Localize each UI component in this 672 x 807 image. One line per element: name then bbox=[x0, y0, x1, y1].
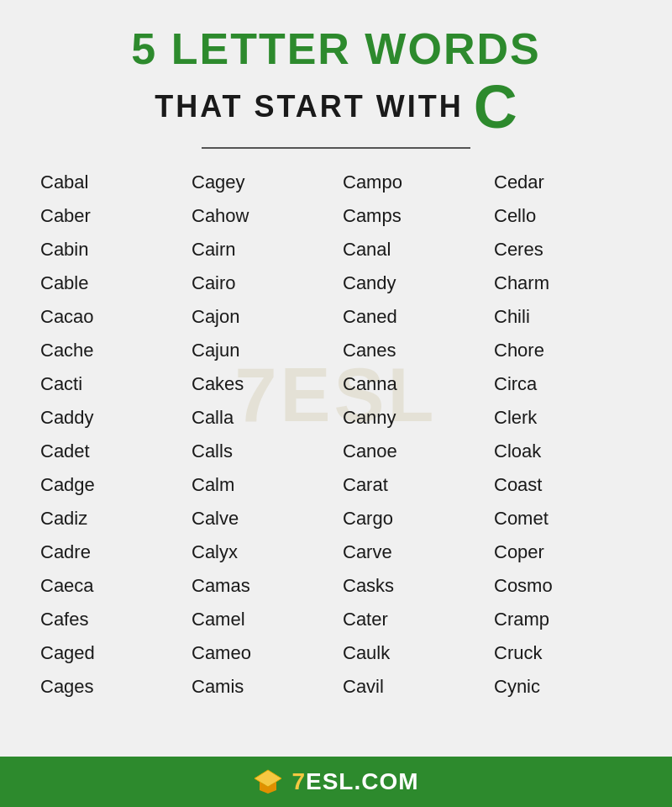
word-item: Cloak bbox=[487, 435, 638, 468]
word-item: Calyx bbox=[185, 535, 336, 569]
word-item: Calm bbox=[185, 468, 336, 502]
word-item: Cairn bbox=[185, 233, 336, 266]
word-item: Cruck bbox=[487, 636, 638, 670]
word-item: Campo bbox=[336, 166, 487, 199]
footer-logo-icon bbox=[253, 767, 283, 797]
footer-brand-number: 7 bbox=[291, 768, 306, 794]
word-item: Cairo bbox=[185, 266, 336, 300]
word-item: Coper bbox=[487, 535, 638, 569]
word-item: Cable bbox=[34, 266, 185, 300]
word-item: Cadiz bbox=[34, 502, 185, 535]
word-item: Caned bbox=[336, 300, 487, 334]
word-item: Comet bbox=[487, 502, 638, 535]
word-item: Chili bbox=[487, 300, 638, 334]
word-item: Cadre bbox=[34, 535, 185, 569]
word-item: Casks bbox=[336, 569, 487, 603]
word-item: Calla bbox=[185, 401, 336, 435]
word-item: Cavil bbox=[336, 670, 487, 704]
word-item: Charm bbox=[487, 266, 638, 300]
big-letter-c: C bbox=[474, 76, 517, 137]
word-item: Cages bbox=[34, 670, 185, 704]
word-item: Caber bbox=[34, 199, 185, 233]
footer-brand: 7ESL.COM bbox=[291, 768, 418, 795]
word-item: Cedar bbox=[487, 166, 638, 199]
word-item: Cahow bbox=[185, 199, 336, 233]
word-item: Cater bbox=[336, 603, 487, 636]
word-item: Canes bbox=[336, 334, 487, 367]
divider bbox=[202, 147, 470, 149]
word-item: Camas bbox=[185, 569, 336, 603]
word-item: Cafes bbox=[34, 603, 185, 636]
word-item: Canna bbox=[336, 367, 487, 401]
word-item: Cosmo bbox=[487, 569, 638, 603]
word-item: Coast bbox=[487, 468, 638, 502]
word-item: Canal bbox=[336, 233, 487, 266]
word-item: Camel bbox=[185, 603, 336, 636]
word-item: Chore bbox=[487, 334, 638, 367]
words-grid: CabalCageyCampoCedarCaberCahowCampsCello… bbox=[34, 166, 638, 704]
word-item: Cagey bbox=[185, 166, 336, 199]
word-item: Cakes bbox=[185, 367, 336, 401]
word-item: Calve bbox=[185, 502, 336, 535]
word-item: Caeca bbox=[34, 569, 185, 603]
word-item: Caddy bbox=[34, 401, 185, 435]
word-item: Cabin bbox=[34, 233, 185, 266]
word-item: Circa bbox=[487, 367, 638, 401]
word-item: Carat bbox=[336, 468, 487, 502]
footer: 7ESL.COM bbox=[0, 757, 672, 807]
word-item: Canny bbox=[336, 401, 487, 435]
title-line2-container: THAT START WITH C bbox=[34, 76, 638, 137]
footer-brand-name: ESL.COM bbox=[306, 768, 419, 794]
title-line1: 5 LETTER WORDS bbox=[34, 25, 638, 73]
word-item: Cajun bbox=[185, 334, 336, 367]
word-item: Cello bbox=[487, 199, 638, 233]
word-item: Cargo bbox=[336, 502, 487, 535]
title-line2: THAT START WITH bbox=[155, 89, 464, 124]
word-item: Camps bbox=[336, 199, 487, 233]
main-content: 5 LETTER WORDS THAT START WITH C 7ESL Ca… bbox=[0, 0, 672, 757]
word-item: Cabal bbox=[34, 166, 185, 199]
word-item: Cramp bbox=[487, 603, 638, 636]
word-item: Cynic bbox=[487, 670, 638, 704]
word-item: Cameo bbox=[185, 636, 336, 670]
word-item: Camis bbox=[185, 670, 336, 704]
word-item: Cache bbox=[34, 334, 185, 367]
word-item: Calls bbox=[185, 435, 336, 468]
title-section: 5 LETTER WORDS THAT START WITH C bbox=[34, 25, 638, 137]
word-item: Ceres bbox=[487, 233, 638, 266]
word-item: Candy bbox=[336, 266, 487, 300]
word-item: Cadet bbox=[34, 435, 185, 468]
word-item: Cacti bbox=[34, 367, 185, 401]
word-item: Canoe bbox=[336, 435, 487, 468]
word-item: Caged bbox=[34, 636, 185, 670]
word-item: Cacao bbox=[34, 300, 185, 334]
word-item: Clerk bbox=[487, 401, 638, 435]
word-item: Cadge bbox=[34, 468, 185, 502]
word-item: Caulk bbox=[336, 636, 487, 670]
word-item: Carve bbox=[336, 535, 487, 569]
word-item: Cajon bbox=[185, 300, 336, 334]
